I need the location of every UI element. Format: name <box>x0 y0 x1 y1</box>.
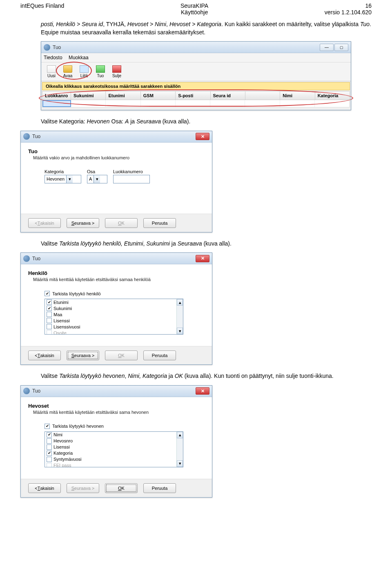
col-luokkanro[interactable]: Luokkanro <box>42 92 71 100</box>
input-luokkanumero[interactable] <box>113 175 150 183</box>
menu-tiedosto[interactable]: Tiedosto <box>44 55 62 60</box>
chk-lisenssivuosi[interactable] <box>47 324 52 329</box>
col-empty[interactable] <box>245 92 280 100</box>
next-button[interactable]: Seuraava > <box>67 218 99 228</box>
checkbox-tarkista-henkilo[interactable]: ✔ <box>45 291 50 296</box>
chk-etunimi[interactable]: ✔ <box>47 299 52 305</box>
app-icon <box>23 255 30 262</box>
page-header: intEQues Finland SeuraKIPA Käyttöohje 16… <box>0 0 392 17</box>
app-icon <box>44 44 50 51</box>
titlebar: Tuo ✕ <box>21 253 212 264</box>
close-button[interactable]: ✕ <box>196 387 209 395</box>
wizard-heading: Tuo <box>28 148 205 154</box>
label-osa: Osa <box>87 169 107 174</box>
close-button[interactable]: ✕ <box>196 133 209 140</box>
info-bar: Oikealla klikkaus sarakeotsikossa määrit… <box>42 82 350 90</box>
chk-lisenssi[interactable] <box>47 444 52 450</box>
checkbox-label: Tarkista löytyykö hevonen <box>52 424 104 429</box>
close-tool-icon <box>112 65 121 73</box>
col-sukunimi[interactable]: Sukunimi <box>71 92 106 100</box>
new-icon <box>47 65 56 73</box>
header-page-number: 16 <box>325 2 372 9</box>
wizard-subtitle: Määritä mitä kenttää käytetään etsittävä… <box>33 410 205 415</box>
scrollbar[interactable]: ▴ ▾ <box>176 432 183 467</box>
back-button: < Takaisin <box>28 218 61 228</box>
wizard-heading: Henkilö <box>28 270 205 276</box>
next-button: Seuraava > <box>67 483 99 493</box>
hevoset-listbox[interactable]: ✔Nimi Hevosnro Lisenssi ✔Kategoria Synty… <box>45 431 183 467</box>
scroll-down-icon[interactable]: ▾ <box>177 328 183 334</box>
combo-osa[interactable]: A ▾ <box>87 175 107 183</box>
open-icon <box>63 65 72 73</box>
chk-nimi[interactable]: ✔ <box>47 432 52 438</box>
col-kategoria[interactable]: Kategoria <box>315 92 350 100</box>
hevoset-wizard-window: Tuo ✕ Hevoset Määritä mitä kenttää käyte… <box>20 385 212 498</box>
combo-kategoria[interactable]: Hevonen ▾ <box>45 175 81 183</box>
back-button[interactable]: < Takaisin <box>28 483 61 493</box>
tool-uusi[interactable]: Uusi <box>44 64 59 79</box>
tool-avaa[interactable]: Avaa <box>60 64 76 79</box>
chk-syntymavuosi[interactable] <box>47 457 52 462</box>
next-button[interactable]: Seuraava > <box>67 351 99 360</box>
checkbox-label: Tarkista löytyykö henkilö <box>52 291 101 296</box>
col-nimi[interactable]: Nimi <box>280 92 315 100</box>
chk-maa[interactable] <box>47 312 52 317</box>
wizard-subtitle: Määritä vakio arvo ja mahdollinen luokka… <box>33 155 205 160</box>
chk-osoite[interactable] <box>47 330 52 335</box>
window-title: Tuo <box>32 256 196 261</box>
paste-icon <box>80 65 89 73</box>
caption-1: Valitse Kategoria: Hevonen Osa: A ja Seu… <box>41 118 372 126</box>
col-etunimi[interactable]: Etunimi <box>106 92 140 100</box>
header-left: intEQues Finland <box>20 2 64 16</box>
grid-row[interactable] <box>42 100 350 107</box>
intro-paragraph: posti, Henkilö > Seura id, TYHJÄ, Hevose… <box>41 20 372 36</box>
header-center-2: Käyttöohje <box>180 9 208 16</box>
chk-hevosnro[interactable] <box>47 438 52 444</box>
wizard-subtitle: Määritä mitä kenttää käytetään etsittävä… <box>33 277 205 282</box>
tool-sulje[interactable]: Sulje <box>109 64 125 79</box>
chk-kategoria[interactable]: ✔ <box>47 451 52 456</box>
menu-muokkaa[interactable]: Muokkaa <box>69 55 89 60</box>
grid-cell-active[interactable] <box>42 100 71 107</box>
col-seuraid[interactable]: Seura id <box>211 92 245 100</box>
import-icon <box>96 65 105 73</box>
titlebar: Tuo — ▢ <box>41 42 351 53</box>
tool-liita[interactable]: Liitä <box>76 64 92 79</box>
chevron-down-icon: ▾ <box>66 175 73 183</box>
minimize-button[interactable]: — <box>320 44 334 51</box>
titlebar: Tuo ✕ <box>21 131 212 143</box>
chk-sukunimi[interactable]: ✔ <box>47 306 52 311</box>
col-gsm[interactable]: GSM <box>141 92 176 100</box>
scroll-up-icon[interactable]: ▴ <box>177 299 183 306</box>
henkilo-wizard-window: Tuo ✕ Henkilö Määritä mitä kenttää käyte… <box>20 252 212 365</box>
close-button[interactable]: ✕ <box>196 255 209 262</box>
back-button[interactable]: < Takaisin <box>28 351 61 360</box>
scrollbar[interactable]: ▴ ▾ <box>176 299 183 334</box>
tuo-main-window: Tuo — ▢ Tiedosto Muokkaa Uusi Avaa Liitä <box>41 41 351 110</box>
cancel-button[interactable]: Peruuta <box>143 351 176 360</box>
menubar: Tiedosto Muokkaa <box>41 53 351 63</box>
scroll-down-icon[interactable]: ▾ <box>177 460 183 467</box>
window-title: Tuo <box>32 388 196 394</box>
col-sposti[interactable]: S-posti <box>176 92 210 100</box>
label-luokkanumero: Luokkanumero <box>113 169 150 174</box>
ok-button[interactable]: OK <box>105 483 138 493</box>
window-title: Tuo <box>53 45 320 50</box>
checkbox-tarkista-hevonen[interactable]: ✔ <box>45 424 50 429</box>
cancel-button[interactable]: Peruuta <box>143 483 176 493</box>
scroll-up-icon[interactable]: ▴ <box>177 432 183 438</box>
tool-tuo[interactable]: Tuo <box>93 64 108 79</box>
cancel-button[interactable]: Peruuta <box>143 218 176 228</box>
titlebar: Tuo ✕ <box>21 386 212 397</box>
henkilo-listbox[interactable]: ✔Etunimi ✔Sukunimi Maa Lisenssi Lisenssi… <box>45 299 183 335</box>
chk-feipass[interactable] <box>47 463 52 467</box>
header-center-1: SeuraKIPA <box>180 2 208 9</box>
chk-lisenssi[interactable] <box>47 318 52 323</box>
wizard-heading: Hevoset <box>28 403 205 409</box>
toolbar: Uusi Avaa Liitä Tuo Sulje <box>41 63 351 81</box>
maximize-button[interactable]: ▢ <box>334 44 348 51</box>
window-title: Tuo <box>32 134 196 139</box>
caption-2: Valitse Tarkista löytyykö henkilö, Etuni… <box>41 240 372 248</box>
app-icon <box>23 133 30 140</box>
column-headers: Luokkanro Sukunimi Etunimi GSM S-posti S… <box>42 91 350 100</box>
